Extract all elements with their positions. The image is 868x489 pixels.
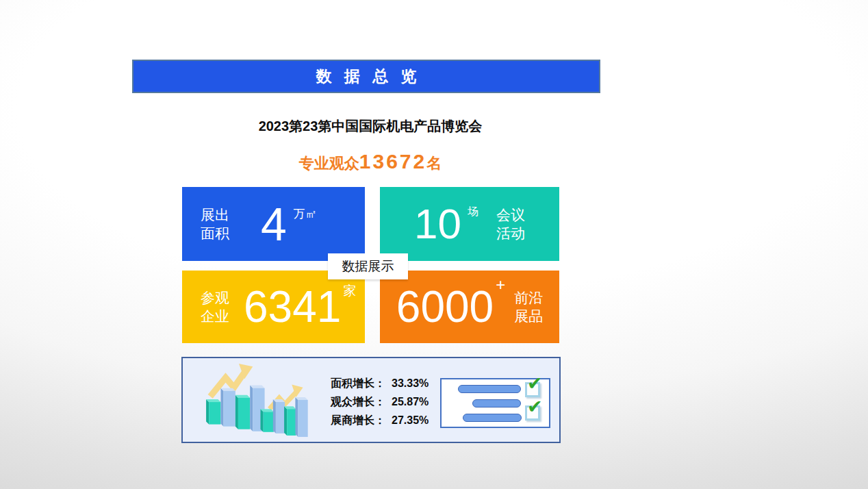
stat-value: 6341 [244, 285, 341, 329]
growth-summary-panel: 面积增长： 33.33% 观众增长： 25.87% 展商增长： 27.35% ✔… [181, 357, 561, 443]
stat-tile-visiting-companies: 参观 企业 6341 家 [182, 271, 365, 343]
growth-stats-list: 面积增长： 33.33% 观众增长： 25.87% 展商增长： 27.35% [331, 377, 429, 427]
growth-row-audience: 观众增长： 25.87% [331, 395, 429, 409]
checklist-bar [463, 414, 522, 422]
colon: ： [374, 377, 385, 390]
stat-unit: 家 [343, 282, 356, 300]
stat-tile-meetings: 10 场 会议 活动 [380, 187, 559, 261]
growth-label: 展商增长 [331, 414, 374, 427]
stat-value: 4 [261, 201, 287, 247]
audience-stat-line: 专业观众13672名 [114, 150, 627, 174]
checkbox-checked-icon: ✔ [525, 382, 540, 397]
growth-value: 27.35% [392, 414, 429, 427]
stat-unit: 场 [468, 205, 478, 219]
section-header-bar: 数 据 总 览 [132, 60, 600, 93]
colon: ： [374, 395, 385, 409]
stat-tile-exhibit-area: 展出 面积 4 万㎡ [182, 187, 365, 261]
audience-number: 13672 [359, 150, 426, 173]
stat-unit: + [496, 275, 505, 294]
checklist-bar [458, 385, 521, 393]
stat-value: 6000 [396, 285, 494, 329]
growth-row-area: 面积增长： 33.33% [331, 377, 429, 390]
growth-label: 面积增长 [331, 377, 374, 390]
event-title: 2023第23第中国国际机电产品博览会 [114, 117, 627, 136]
stat-unit: 万㎡ [294, 206, 317, 222]
stat-label: 会议 活动 [496, 205, 525, 242]
stat-label: 前沿 展品 [514, 288, 543, 325]
checkbox-checked-icon: ✔ [525, 405, 540, 421]
checklist-with-green-checkmarks-icon: ✔ ✔ [440, 378, 550, 428]
stat-tile-frontier-exhibits: 6000 + 前沿 展品 [380, 271, 559, 343]
growth-value: 25.87% [392, 395, 429, 409]
checklist-bar [472, 399, 521, 408]
stat-value: 10 [414, 203, 461, 245]
audience-prefix: 专业观众 [299, 155, 359, 172]
stat-label: 参观 企业 [201, 288, 229, 325]
audience-suffix: 名 [426, 155, 442, 172]
growth-value: 33.33% [392, 377, 429, 390]
growth-row-exhibitor: 展商增长： 27.35% [331, 414, 429, 427]
colon: ： [374, 414, 385, 427]
section-header-title: 数 据 总 览 [311, 66, 420, 87]
stat-label: 展出 面积 [201, 205, 229, 242]
center-overlay-label: 数据展示 [328, 253, 408, 279]
growth-label: 观众增长 [331, 395, 374, 409]
growth-bar-chart-icon [203, 362, 318, 440]
